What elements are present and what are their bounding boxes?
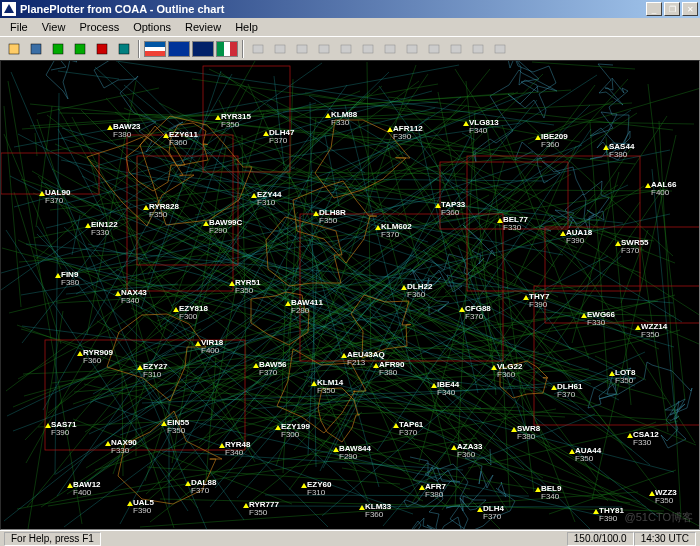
maximize-button[interactable]: ❐	[664, 2, 680, 16]
titlebar: PlanePlotter from COAA - Outline chart _…	[0, 0, 700, 18]
toolbar-slot-2[interactable]	[292, 39, 312, 59]
svg-rect-5	[119, 44, 129, 54]
save-icon[interactable]	[26, 39, 46, 59]
app-icon	[2, 2, 16, 16]
svg-rect-4	[97, 44, 107, 54]
toolbar-slot-11[interactable]	[490, 39, 510, 59]
list-icon[interactable]	[114, 39, 134, 59]
menu-process[interactable]: Process	[73, 20, 125, 34]
svg-rect-17	[495, 45, 505, 53]
toolbar-slot-7[interactable]	[402, 39, 422, 59]
toolbar-slot-8[interactable]	[424, 39, 444, 59]
svg-rect-8	[297, 45, 307, 53]
svg-rect-2	[53, 44, 63, 54]
toolbar-slot-5[interactable]	[358, 39, 378, 59]
toolbar-slot-0[interactable]	[248, 39, 268, 59]
toolbar-slot-1[interactable]	[270, 39, 290, 59]
svg-rect-7	[275, 45, 285, 53]
svg-rect-12	[385, 45, 395, 53]
menu-help[interactable]: Help	[229, 20, 264, 34]
menu-view[interactable]: View	[36, 20, 72, 34]
flag-generic-icon[interactable]	[144, 41, 166, 57]
status-help: For Help, press F1	[4, 532, 101, 546]
toolbar-slot-6[interactable]	[380, 39, 400, 59]
svg-rect-16	[473, 45, 483, 53]
toolbar-slot-4[interactable]	[336, 39, 356, 59]
toolbar-slot-10[interactable]	[468, 39, 488, 59]
flag-eu-icon[interactable]	[168, 41, 190, 57]
close-button[interactable]: ✕	[682, 2, 698, 16]
menu-review[interactable]: Review	[179, 20, 227, 34]
status-time: 14:30 UTC	[634, 532, 696, 546]
svg-rect-15	[451, 45, 461, 53]
svg-rect-13	[407, 45, 417, 53]
svg-rect-0	[9, 44, 19, 54]
window-title: PlanePlotter from COAA - Outline chart	[20, 3, 646, 15]
aircraft-icon[interactable]	[70, 39, 90, 59]
flag-it-icon[interactable]	[216, 41, 238, 57]
toolbar	[0, 36, 700, 60]
svg-rect-23	[1, 153, 99, 194]
svg-rect-6	[253, 45, 263, 53]
menubar: FileViewProcessOptionsReviewHelp	[0, 18, 700, 36]
open-icon[interactable]	[4, 39, 24, 59]
svg-rect-9	[319, 45, 329, 53]
route-icon[interactable]	[92, 39, 112, 59]
statusbar: For Help, press F1 150.0/100.0 14:30 UTC	[0, 530, 700, 546]
status-coords: 150.0/100.0	[567, 532, 634, 546]
svg-rect-14	[429, 45, 439, 53]
toolbar-slot-3[interactable]	[314, 39, 334, 59]
svg-rect-1	[31, 44, 41, 54]
menu-file[interactable]: File	[4, 20, 34, 34]
flag-uk-icon[interactable]	[192, 41, 214, 57]
radar-icon[interactable]	[48, 39, 68, 59]
svg-rect-11	[363, 45, 373, 53]
route-network	[1, 61, 700, 530]
outline-chart[interactable]: @51CTO博客 BAW23F380EZY611F360RYR315F350DL…	[0, 60, 700, 530]
svg-rect-10	[341, 45, 351, 53]
toolbar-slot-9[interactable]	[446, 39, 466, 59]
menu-options[interactable]: Options	[127, 20, 177, 34]
minimize-button[interactable]: _	[646, 2, 662, 16]
svg-rect-3	[75, 44, 85, 54]
